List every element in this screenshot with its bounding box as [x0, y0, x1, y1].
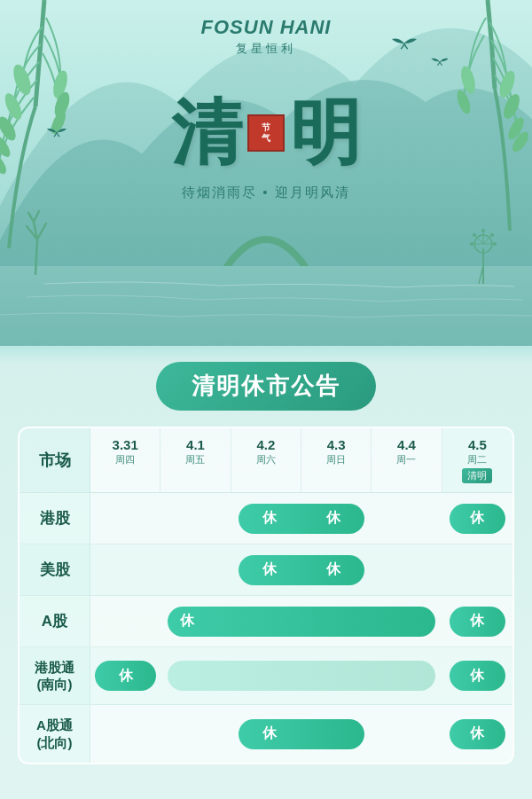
cell-meigu-1	[160, 544, 231, 595]
row-label-ganggu-south: 港股通 (南向)	[20, 647, 90, 704]
svg-point-1	[2, 91, 25, 122]
table-row-ganggu-south: 港股通 (南向) 休	[20, 647, 512, 705]
header-col-5: 4.5 周二 清明	[442, 428, 512, 492]
qingming-title: 清 节气 明	[171, 98, 361, 168]
cell-meigu-5	[442, 544, 512, 595]
cell-south-5: 休	[442, 661, 512, 691]
table-row-agu: A股 休 休	[20, 596, 512, 647]
row-label-meigu: 美股	[20, 544, 90, 595]
cell-ganggu-2: 休 休	[231, 493, 301, 544]
header-col-2: 4.2 周六	[231, 428, 301, 492]
south-span-bar	[168, 661, 434, 691]
ganggu-bar-2: 休	[450, 504, 505, 534]
table-row-meigu: 美股 休 休	[20, 544, 512, 596]
south-bar-1: 休	[450, 661, 505, 691]
cell-south-0: 休	[90, 661, 160, 691]
table-row-agu-north: A股通 (北向) 休 休 休	[20, 705, 512, 763]
north-bar-1: 休 休	[239, 719, 365, 749]
content-section: 清明休市公告 市场 3.31 周四 4.1 周五 4.2 周六	[0, 346, 532, 799]
cell-agu-0	[90, 596, 160, 646]
cell-meigu-0	[90, 544, 160, 595]
header-col-1: 4.1 周五	[160, 428, 231, 492]
row-label-ganggu: 港股	[20, 493, 90, 544]
cell-meigu-4	[372, 544, 442, 595]
cell-ganggu-0	[90, 493, 160, 544]
brand-name: FOSUN HANI	[201, 16, 332, 39]
logo-area: FOSUN HANI 复星恒利	[201, 16, 332, 57]
meigu-bar-1: 休 休	[239, 555, 365, 585]
scenic-section: FOSUN HANI 复星恒利 清 节气 明 待烟消雨尽 • 迎月明风清	[0, 0, 532, 346]
cell-meigu-2: 休 休	[231, 544, 301, 595]
char-ming: 明	[290, 98, 361, 168]
notice-badge-text: 清明休市公告	[192, 372, 340, 399]
cell-north-5: 休	[442, 719, 512, 749]
agu-bar-1: 休	[168, 607, 434, 637]
bird-2	[431, 56, 449, 69]
willow-right-decoration	[426, 0, 532, 234]
svg-point-0	[10, 62, 34, 97]
header-market-label: 市场	[20, 428, 90, 492]
water-decoration	[0, 266, 532, 346]
brand-chinese: 复星恒利	[201, 41, 332, 57]
cell-agu-5: 休	[442, 596, 512, 646]
notice-badge: 清明休市公告	[156, 362, 376, 411]
cell-ganggu-1	[160, 493, 231, 544]
char-qing: 清	[171, 98, 242, 168]
svg-point-19	[470, 242, 473, 246]
cell-ganggu-5: 休	[442, 493, 512, 544]
seal-decoration: 节气	[247, 114, 285, 152]
header-col-0: 3.31 周四	[90, 428, 160, 492]
table-header: 市场 3.31 周四 4.1 周五 4.2 周六 4.3 周日	[20, 428, 512, 493]
bird-1	[392, 35, 417, 54]
table-row-ganggu: 港股 休 休	[20, 493, 512, 544]
south-bar-0: 休	[95, 661, 156, 691]
agu-bar-2: 休	[450, 607, 505, 637]
row-label-agu-north: A股通 (北向)	[20, 705, 90, 763]
qingming-badge: 清明	[462, 468, 492, 483]
header-col-3: 4.3 周日	[301, 428, 372, 492]
cell-ganggu-4	[372, 493, 442, 544]
cell-agu-1: 休	[160, 596, 231, 646]
ganggu-bar-1: 休 休	[239, 504, 365, 534]
header-col-4: 4.4 周一	[372, 428, 442, 492]
svg-rect-14	[0, 266, 532, 346]
bird-3	[47, 126, 66, 141]
holiday-table: 市场 3.31 周四 4.1 周五 4.2 周六 4.3 周日	[18, 427, 514, 764]
svg-point-20	[493, 242, 497, 246]
page-wrapper: FOSUN HANI 复星恒利 清 节气 明 待烟消雨尽 • 迎月明风清 清明休…	[0, 0, 532, 799]
scenic-subtitle: 待烟消雨尽 • 迎月明风清	[182, 184, 350, 201]
row-label-agu: A股	[20, 596, 90, 646]
north-bar-2: 休	[450, 719, 505, 749]
